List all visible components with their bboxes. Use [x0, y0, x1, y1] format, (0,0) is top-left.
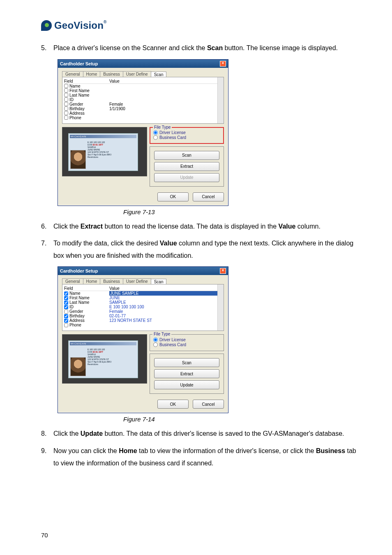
tab-general[interactable]: General: [62, 71, 83, 77]
logo-text: GeoVision®: [54, 20, 107, 31]
check-last[interactable]: [64, 301, 68, 305]
table-row: Last NameSAMPLE: [64, 300, 222, 305]
ok-button[interactable]: OK: [157, 192, 189, 201]
step-number: 5.: [41, 42, 53, 54]
figure-caption: Figure 7-13: [123, 208, 359, 215]
check-address[interactable]: [64, 319, 68, 323]
check-last[interactable]: [64, 93, 68, 97]
update-button[interactable]: Update: [154, 380, 219, 389]
check-gender[interactable]: [64, 310, 68, 314]
page-number: 70: [41, 532, 48, 539]
filetype-group: File Type Driver License Business Card: [150, 334, 224, 351]
license-state: MICHIGAN: [70, 135, 136, 138]
close-icon[interactable]: ×: [220, 268, 226, 274]
table-row: First Name: [64, 88, 222, 93]
step-text: To modify the data, click the desired Va…: [53, 237, 359, 261]
table-row: Name: [64, 84, 222, 88]
value-cell[interactable]: [109, 116, 222, 120]
update-button[interactable]: Update: [154, 173, 219, 182]
tab-general[interactable]: General: [62, 278, 83, 284]
tab-user-define[interactable]: User Define: [123, 71, 151, 77]
value-cell[interactable]: JUNE SAMPLE: [109, 291, 222, 296]
value-cell[interactable]: Female: [109, 102, 222, 106]
check-first[interactable]: [64, 296, 68, 300]
scan-button[interactable]: Scan: [154, 151, 219, 160]
logo-mark-icon: [41, 20, 52, 31]
license-preview: MICHIGAN E 100 100 100 100 DOB 02-01-197…: [62, 127, 147, 176]
radio-driver-license[interactable]: Driver License: [153, 338, 220, 342]
filetype-group: File Type Driver License Business Card: [150, 127, 224, 144]
filetype-legend: File Type: [152, 332, 171, 336]
table-row: Address123 NORTH STATE ST: [64, 318, 222, 323]
dialog-titlebar: Cardholder Setup ×: [58, 60, 228, 68]
close-icon[interactable]: ×: [220, 61, 226, 67]
value-cell[interactable]: [109, 93, 222, 97]
table-row: NameJUNE SAMPLE: [64, 291, 222, 296]
table-row: Phone: [64, 323, 222, 327]
value-cell[interactable]: [109, 111, 222, 116]
value-cell[interactable]: [109, 88, 222, 93]
step-text: Place a driver's license on the Scanner …: [53, 42, 359, 54]
radio-driver-license[interactable]: Driver License: [153, 130, 220, 135]
tab-home[interactable]: Home: [83, 71, 101, 77]
check-gender[interactable]: [64, 102, 68, 106]
ok-button[interactable]: OK: [157, 400, 189, 409]
check-name[interactable]: [64, 291, 68, 296]
col-value: Value: [109, 286, 222, 291]
table-row: Phone: [64, 116, 222, 120]
check-id[interactable]: [64, 97, 68, 102]
table-row: GenderFemale: [64, 102, 222, 106]
table-row: Birthday02-01-77: [64, 314, 222, 318]
value-cell[interactable]: [109, 97, 222, 102]
tab-business[interactable]: Business: [100, 71, 123, 77]
extract-button[interactable]: Extract: [154, 162, 219, 171]
value-cell[interactable]: 02-01-77: [109, 314, 222, 318]
value-cell[interactable]: 123 NORTH STATE ST: [109, 318, 222, 323]
tab-user-define[interactable]: User Define: [123, 278, 151, 284]
step-number: 6.: [41, 220, 53, 233]
tab-home[interactable]: Home: [83, 278, 101, 284]
check-address[interactable]: [64, 111, 68, 115]
table-row: GenderFemale: [64, 309, 222, 314]
col-value: Value: [109, 79, 222, 83]
tab-business[interactable]: Business: [100, 278, 123, 284]
cardholder-dialog: Cardholder Setup × General Home Business…: [58, 59, 228, 206]
check-name[interactable]: [64, 84, 68, 88]
check-first[interactable]: [64, 88, 68, 92]
cancel-button[interactable]: Cancel: [193, 192, 224, 201]
value-cell[interactable]: E 100 100 100 100: [109, 305, 222, 309]
col-field: Field: [64, 286, 109, 291]
check-phone[interactable]: [64, 116, 68, 120]
radio-business-card[interactable]: Business Card: [153, 342, 220, 347]
check-id[interactable]: [64, 305, 68, 309]
extract-button[interactable]: Extract: [154, 369, 219, 378]
value-cell[interactable]: SAMPLE: [109, 300, 222, 305]
license-photo: [70, 150, 86, 169]
table-row: Birthday1/1/1900: [64, 106, 222, 111]
table-row: Last Name: [64, 93, 222, 97]
figure-caption: Figure 7-14: [123, 416, 359, 423]
radio-business-card[interactable]: Business Card: [153, 135, 220, 140]
check-birthday[interactable]: [64, 106, 68, 111]
scan-button[interactable]: Scan: [154, 358, 219, 367]
step-text: Click the Extract button to read the lic…: [53, 220, 359, 233]
license-state: MICHIGAN: [70, 342, 136, 345]
dialog-title: Cardholder Setup: [60, 61, 98, 66]
action-buttons: Scan Extract Update: [150, 146, 224, 187]
tab-scan[interactable]: Scan: [151, 279, 167, 284]
license-photo: [70, 357, 86, 376]
table-row: IDE 100 100 100 100: [64, 305, 222, 309]
tab-scan[interactable]: Scan: [151, 72, 167, 77]
check-phone[interactable]: [64, 323, 68, 327]
value-cell[interactable]: Female: [109, 309, 222, 314]
cancel-button[interactable]: Cancel: [193, 400, 224, 409]
step-text: Now you can click the Home tab to view t…: [53, 445, 359, 469]
tab-strip: General Home Business User Define Scan: [62, 278, 224, 284]
value-cell[interactable]: JUNE: [109, 296, 222, 300]
tab-strip: General Home Business User Define Scan: [62, 71, 224, 77]
check-birthday[interactable]: [64, 314, 68, 318]
value-cell[interactable]: 1/1/1900: [109, 106, 222, 111]
table-row: Address: [64, 111, 222, 116]
value-cell[interactable]: [109, 84, 222, 88]
value-cell[interactable]: [109, 323, 222, 327]
